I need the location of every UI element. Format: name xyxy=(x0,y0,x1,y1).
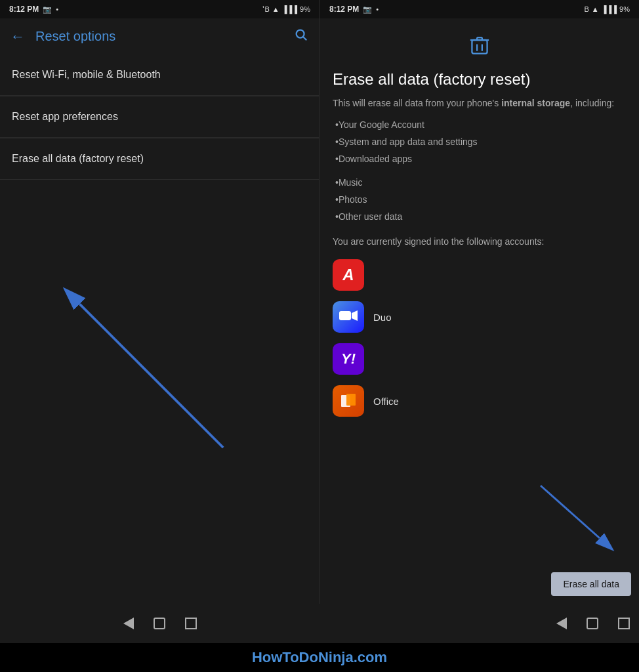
nav-home-icon[interactable] xyxy=(154,618,165,629)
factory-reset-title: Erase all data (factory reset) xyxy=(333,70,626,89)
right-battery-text: 9% xyxy=(619,5,630,13)
desc-bold: internal storage xyxy=(501,98,570,108)
account-yahoo: Y! xyxy=(333,343,626,375)
svg-line-16 xyxy=(541,486,600,538)
right-content: Erase all data (factory reset) This will… xyxy=(320,18,639,551)
menu-item-app-prefs[interactable]: Reset app preferences xyxy=(0,96,319,138)
adobe-icon: A xyxy=(333,259,364,291)
bullet-3: •Downloaded apps xyxy=(333,154,626,164)
left-signal-icon: ▐▐▐ xyxy=(282,5,297,13)
left-bluetooth-icon: ʿB xyxy=(262,5,269,14)
svg-marker-12 xyxy=(352,310,358,321)
left-wifi-icon: ▲ xyxy=(272,5,279,13)
right-bottom-area: Erase all data xyxy=(320,551,639,604)
right-bluetooth-icon: B xyxy=(584,5,588,13)
right-camera-icon: 📷 xyxy=(363,5,372,14)
right-dot: • xyxy=(376,5,379,13)
accounts-text: You are currently signed into the follow… xyxy=(333,235,626,249)
account-duo: Duo xyxy=(333,301,626,333)
menu-item-wifi[interactable]: Reset Wi-Fi, mobile & Bluetooth xyxy=(0,54,319,96)
svg-rect-4 xyxy=(472,40,487,54)
factory-reset-description: This will erase all data from your phone… xyxy=(333,96,626,110)
bullet-1: •Your Google Account xyxy=(333,119,626,130)
back-button[interactable]: ← xyxy=(10,28,25,45)
right-nav-bar xyxy=(320,604,639,643)
left-time: 8:12 PM xyxy=(9,5,39,14)
bullet-2: •System and app data and settings xyxy=(333,136,626,147)
brand-bar: HowToDoNinja.com xyxy=(0,643,639,672)
gap xyxy=(333,171,626,177)
right-status-bar: 8:12 PM 📷 • B ▲ ▐▐▐ 9% xyxy=(320,0,639,18)
bullet-6: •Other user data xyxy=(333,211,626,222)
right-signal-icon: ▐▐▐ xyxy=(602,5,617,13)
svg-rect-11 xyxy=(339,311,351,320)
bullet-5: •Photos xyxy=(333,194,626,205)
desc-prefix: This will erase all data from your phone… xyxy=(333,98,501,108)
left-nav-bar xyxy=(0,604,320,643)
page-title: Reset options xyxy=(35,29,294,44)
left-status-bar: 8:12 PM 📷 • ʿB ▲ ▐▐▐ 9% xyxy=(0,0,320,18)
left-annotation-area xyxy=(0,180,319,604)
right-status-icons: B ▲ ▐▐▐ 9% xyxy=(584,5,630,13)
left-arrow-annotation xyxy=(0,180,319,604)
yahoo-icon: Y! xyxy=(333,343,364,375)
nav-controls xyxy=(123,618,197,629)
right-arrow-annotation xyxy=(501,479,632,571)
svg-line-3 xyxy=(80,304,224,448)
office-icon xyxy=(333,385,364,417)
right-nav-home-icon[interactable] xyxy=(587,618,598,629)
duo-icon xyxy=(333,301,364,333)
status-bars-row: 8:12 PM 📷 • ʿB ▲ ▐▐▐ 9% 8:12 PM 📷 • B ▲ … xyxy=(0,0,639,18)
right-nav-recents-icon[interactable] xyxy=(618,618,630,629)
right-nav-controls xyxy=(556,618,630,629)
svg-point-0 xyxy=(297,30,304,38)
desc-suffix: , including: xyxy=(570,98,614,108)
right-panel: Erase all data (factory reset) This will… xyxy=(320,18,639,604)
right-nav-back-icon[interactable] xyxy=(556,618,567,629)
menu-item-factory-reset[interactable]: Erase all data (factory reset) xyxy=(0,138,319,180)
svg-line-1 xyxy=(303,37,306,40)
right-wifi-icon: ▲ xyxy=(592,5,599,13)
main-content: ← Reset options Reset Wi-Fi, mobile & Bl… xyxy=(0,18,639,604)
right-time: 8:12 PM xyxy=(329,5,359,14)
trash-icon xyxy=(469,34,490,62)
nav-back-icon[interactable] xyxy=(123,618,134,629)
left-battery-text: 9% xyxy=(300,5,310,13)
search-icon[interactable] xyxy=(294,28,308,45)
left-status-icons: ʿB ▲ ▐▐▐ 9% xyxy=(262,5,310,14)
panel-header: ← Reset options xyxy=(0,18,319,54)
erase-all-data-button[interactable]: Erase all data xyxy=(551,572,631,596)
account-office: Office xyxy=(333,385,626,417)
bullet-4: •Music xyxy=(333,177,626,188)
bottom-nav-bar xyxy=(0,604,639,643)
brand-text: HowToDoNinja.com xyxy=(252,649,387,666)
office-label: Office xyxy=(373,396,399,407)
trash-icon-container xyxy=(333,34,626,62)
nav-recents-icon[interactable] xyxy=(185,618,197,629)
svg-rect-14 xyxy=(346,394,356,406)
left-panel: ← Reset options Reset Wi-Fi, mobile & Bl… xyxy=(0,18,320,604)
account-adobe: A xyxy=(333,259,626,291)
bullet-list: •Your Google Account •System and app dat… xyxy=(333,119,626,222)
duo-label: Duo xyxy=(373,312,392,323)
left-dot: • xyxy=(56,5,58,13)
left-camera-icon: 📷 xyxy=(43,5,52,14)
